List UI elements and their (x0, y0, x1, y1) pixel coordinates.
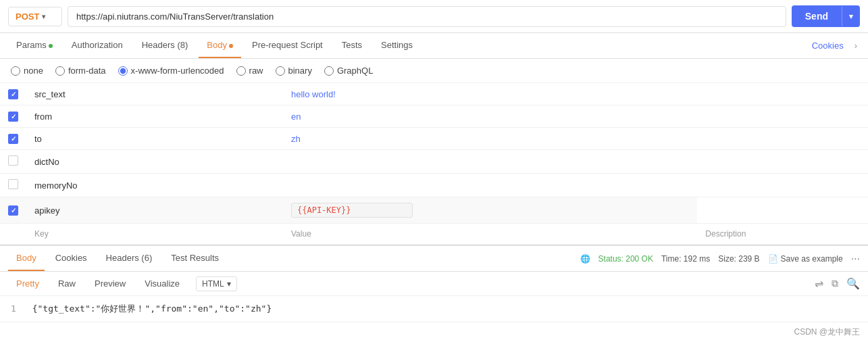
pretty-tab-preview[interactable]: Preview (86, 276, 134, 291)
table-row: apikey {{API-KEY}} (0, 197, 868, 224)
wrap-lines-icon[interactable]: ⇌ (815, 277, 823, 290)
col-header-description: Description (697, 224, 868, 245)
resp-tab-headers[interactable]: Headers (6) (98, 246, 161, 271)
row-checkbox-src_text[interactable] (8, 89, 18, 99)
field-value-from: en (283, 105, 697, 128)
pretty-tab-visualize[interactable]: Visualize (136, 276, 188, 291)
body-type-row: none form-data x-www-form-urlencoded raw… (0, 59, 868, 83)
tab-settings[interactable]: Settings (373, 33, 421, 58)
status-text: Status: 200 OK (598, 254, 653, 264)
sidebar-toggle-icon[interactable]: › (852, 34, 860, 57)
row-checkbox-apikey[interactable] (8, 205, 18, 216)
field-value-dictno (283, 150, 697, 174)
pretty-tab-pretty[interactable]: Pretty (8, 276, 47, 291)
footer: CSDN @龙中舞王 (0, 322, 868, 342)
code-content: {"tgt_text":"你好世界！","from":"en","to":"zh… (32, 303, 272, 314)
footer-credit: CSDN @龙中舞王 (794, 326, 860, 338)
field-key-dictno: dictNo (26, 150, 283, 174)
save-icon: 📄 (768, 254, 778, 264)
col-header-value: Value (283, 224, 697, 245)
field-value-apikey: {{API-KEY}} (283, 197, 697, 224)
status-badge: Status: 200 OK (598, 254, 653, 264)
method-label: POST (16, 11, 39, 22)
table-row: memoryNo (0, 174, 868, 197)
send-dropdown-icon[interactable]: ▾ (842, 7, 860, 26)
table-row: from en (0, 105, 868, 128)
field-key-apikey: apikey (26, 197, 283, 224)
row-checkbox-dictno[interactable] (8, 155, 18, 166)
resp-tab-testresults[interactable]: Test Results (163, 246, 227, 271)
form-table: src_text hello world! from en to zh (0, 83, 868, 245)
field-key-memoryno: memoryNo (26, 174, 283, 197)
line-number: 1 (11, 303, 16, 314)
radio-form-data[interactable]: form-data (55, 66, 106, 76)
method-select[interactable]: POST ▾ (8, 7, 62, 26)
apikey-value-text: {{API-KEY}} (291, 203, 413, 218)
field-value-to: zh (283, 128, 697, 150)
table-row: to zh (0, 128, 868, 150)
radio-graphql[interactable]: GraphQL (324, 66, 373, 76)
save-as-example-button[interactable]: 📄 Save as example (768, 254, 843, 264)
code-output-area: 1 {"tgt_text":"你好世界！","from":"en","to":"… (0, 296, 868, 322)
format-select[interactable]: HTML ▾ (196, 276, 237, 291)
row-checkbox-to[interactable] (8, 134, 18, 144)
radio-binary[interactable]: binary (276, 66, 312, 76)
response-tabs: Body Cookies Headers (6) Test Results 🌐 … (0, 246, 868, 272)
col-header-key: Key (26, 224, 283, 245)
resp-tab-body[interactable]: Body (8, 246, 45, 271)
field-key-src_text: src_text (26, 83, 283, 105)
table-row: dictNo (0, 150, 868, 174)
tab-prerequest[interactable]: Pre-request Script (244, 33, 331, 58)
format-label: HTML (202, 279, 224, 289)
format-chevron-icon: ▾ (227, 279, 231, 289)
params-dot (49, 44, 53, 48)
size-meta: Size: 239 B (718, 254, 759, 264)
tab-params[interactable]: Params (8, 33, 61, 58)
row-checkbox-memoryno[interactable] (8, 179, 18, 189)
field-key-from: from (26, 105, 283, 128)
tab-tests[interactable]: Tests (334, 33, 370, 58)
table-header-row: Key Value Description (0, 224, 868, 245)
globe-icon: 🌐 (580, 254, 590, 264)
send-button[interactable]: Send ▾ (792, 5, 860, 27)
body-dot (229, 44, 233, 48)
tab-body[interactable]: Body (199, 33, 241, 58)
form-fields-area: src_text hello world! from en to zh (0, 83, 868, 245)
field-key-to: to (26, 128, 283, 150)
tab-authorization[interactable]: Authorization (63, 33, 131, 58)
pretty-tabs-row: Pretty Raw Preview Visualize HTML ▾ ⇌ ⧉ … (0, 272, 868, 296)
radio-urlencoded[interactable]: x-www-form-urlencoded (118, 66, 224, 76)
copy-icon[interactable]: ⧉ (832, 278, 838, 289)
field-value-src_text: hello world! (283, 83, 697, 105)
time-meta: Time: 192 ms (661, 254, 710, 264)
radio-raw[interactable]: raw (236, 66, 263, 76)
search-icon[interactable]: 🔍 (846, 277, 860, 290)
table-row: src_text hello world! (0, 83, 868, 105)
cookies-link[interactable]: Cookies (807, 34, 849, 57)
radio-none[interactable]: none (11, 66, 43, 76)
url-bar: POST ▾ Send ▾ (0, 0, 868, 33)
url-input[interactable] (68, 6, 786, 27)
response-section: Body Cookies Headers (6) Test Results 🌐 … (0, 245, 868, 322)
request-tabs: Params Authorization Headers (8) Body Pr… (0, 33, 868, 59)
send-label: Send (792, 5, 842, 27)
row-checkbox-from[interactable] (8, 112, 18, 122)
resp-tab-cookies[interactable]: Cookies (47, 246, 95, 271)
field-value-memoryno (283, 174, 697, 197)
pretty-tab-raw[interactable]: Raw (50, 276, 84, 291)
method-chevron-icon: ▾ (42, 13, 45, 20)
tab-headers[interactable]: Headers (8) (134, 33, 197, 58)
more-options-icon[interactable]: ··· (851, 253, 860, 265)
